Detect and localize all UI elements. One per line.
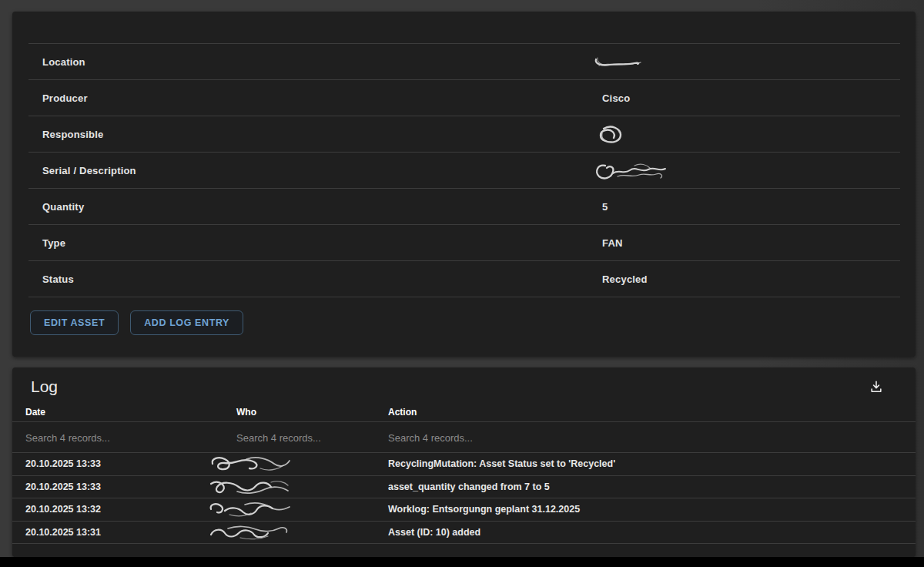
detail-row-quantity: Quantity 5 [28, 189, 900, 225]
download-icon-glyph [869, 379, 884, 394]
redacted-who-scribble [206, 498, 297, 520]
log-action: Worklog: Entsorgungn geplant 31.12.2025 [375, 504, 916, 515]
redacted-value-scribble [591, 158, 671, 183]
log-action: RecyclingMutation: Asset Status set to '… [375, 458, 916, 469]
log-row[interactable]: 20.10.2025 13:32 Worklog: Entsorgungn ge… [12, 498, 916, 522]
log-action: asset_quantity changed from 7 to 5 [375, 481, 916, 492]
log-date: 20.10.2025 13:31 [12, 527, 223, 538]
redacted-value-scribble [591, 54, 648, 69]
search-who-input[interactable] [236, 432, 352, 444]
log-table: Date Who Action 20.10.2025 13:33 [12, 402, 916, 544]
detail-row-responsible: Responsible [28, 116, 900, 153]
page-background: Location Producer Cisco Responsible [0, 0, 924, 557]
detail-label: Location [28, 56, 602, 68]
column-header-action[interactable]: Action [375, 407, 916, 418]
log-header: Log [12, 367, 916, 402]
log-title: Log [31, 377, 58, 396]
log-action: Asset (ID: 10) added [375, 527, 916, 538]
asset-details-table: Location Producer Cisco Responsible [28, 12, 900, 297]
log-row[interactable]: 20.10.2025 13:31 Asset (ID: 10) added [12, 522, 916, 545]
detail-label: Quantity [28, 201, 602, 213]
detail-actions: EDIT ASSET ADD LOG ENTRY [30, 310, 916, 335]
detail-value: FAN [602, 237, 900, 249]
redacted-who-scribble [206, 522, 297, 542]
log-row[interactable]: 20.10.2025 13:33 RecyclingMutation: Asse… [12, 453, 916, 476]
detail-row-serial: Serial / Description [28, 153, 900, 189]
detail-value: Cisco [602, 92, 900, 104]
asset-details-card: Location Producer Cisco Responsible [12, 12, 916, 357]
detail-label: Producer [28, 92, 602, 104]
search-action-input[interactable] [388, 432, 504, 444]
log-row[interactable]: 20.10.2025 13:33 asset_quantity changed … [12, 476, 916, 499]
redacted-who-scribble [206, 453, 297, 475]
screen-bottom-edge [0, 557, 924, 567]
detail-row-producer: Producer Cisco [28, 80, 900, 116]
detail-label: Serial / Description [28, 165, 602, 176]
redacted-who-scribble [206, 476, 297, 498]
log-search-row [12, 421, 916, 453]
detail-label: Responsible [28, 129, 602, 140]
detail-value: Recycled [602, 273, 900, 285]
detail-row-location: Location [28, 44, 900, 80]
search-date-input[interactable] [25, 432, 141, 444]
detail-row-type: Type FAN [28, 225, 900, 261]
download-icon[interactable] [867, 377, 886, 396]
log-table-header: Date Who Action [12, 402, 916, 421]
log-card: Log Date Who Action [12, 367, 916, 557]
log-date: 20.10.2025 13:33 [12, 481, 223, 492]
detail-row-empty [28, 12, 900, 44]
detail-label: Status [28, 273, 602, 285]
column-header-who[interactable]: Who [223, 407, 375, 418]
log-date: 20.10.2025 13:32 [12, 504, 223, 515]
log-date: 20.10.2025 13:33 [12, 458, 223, 469]
edit-asset-button[interactable]: EDIT ASSET [30, 310, 119, 335]
add-log-entry-button[interactable]: ADD LOG ENTRY [130, 310, 243, 335]
detail-row-status: Status Recycled [28, 261, 900, 297]
detail-value: 5 [602, 201, 900, 213]
redacted-value-scribble [593, 122, 630, 146]
column-header-date[interactable]: Date [12, 407, 223, 418]
detail-label: Type [28, 237, 602, 249]
